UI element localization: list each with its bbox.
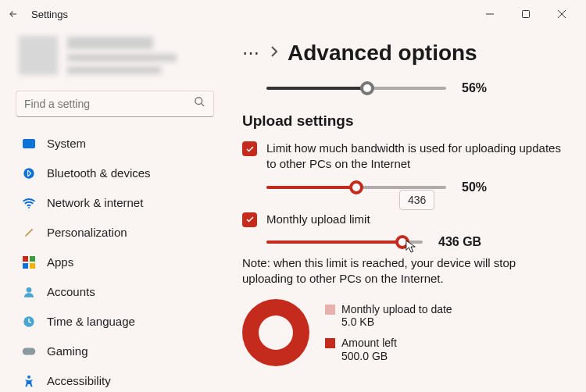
- nav-personalization[interactable]: Personalization: [14, 219, 216, 247]
- swatch-remaining: [325, 338, 335, 348]
- nav-system[interactable]: System: [14, 130, 216, 158]
- limit-bandwidth-row: Limit how much bandwidth is used for upl…: [242, 141, 567, 173]
- limit-bandwidth-label: Limit how much bandwidth is used for upl…: [266, 141, 567, 173]
- svg-point-4: [195, 98, 202, 105]
- swatch-uploaded: [325, 305, 335, 315]
- usage-donut: [242, 299, 309, 366]
- nav-list: System Bluetooth & devices Network & int…: [14, 130, 216, 392]
- profile-block[interactable]: [14, 28, 216, 80]
- content-pane: ⋯ Advanced options 56% Upload settings L…: [227, 28, 586, 392]
- nav-label: Time & language: [47, 315, 135, 328]
- nav-label: Accessibility: [47, 374, 111, 387]
- search-box[interactable]: [16, 91, 214, 117]
- svg-rect-14: [23, 347, 36, 355]
- avatar: [19, 36, 58, 75]
- nav-accessibility[interactable]: Accessibility: [14, 367, 216, 392]
- slider-tooltip: 436: [399, 190, 434, 210]
- monthly-limit-value: 436 GB: [438, 235, 481, 249]
- svg-rect-9: [30, 256, 35, 262]
- system-icon: [22, 137, 36, 151]
- monthly-limit-row: Monthly upload limit: [242, 212, 567, 227]
- nav-label: Network & internet: [47, 196, 143, 209]
- search-input[interactable]: [24, 98, 194, 110]
- limit-bandwidth-checkbox[interactable]: [242, 141, 257, 156]
- section-title: Upload settings: [242, 112, 567, 130]
- maximize-button[interactable]: [508, 0, 544, 28]
- sidebar: System Bluetooth & devices Network & int…: [0, 28, 227, 392]
- svg-point-6: [23, 168, 34, 178]
- svg-rect-8: [23, 256, 28, 262]
- gaming-icon: [22, 344, 36, 358]
- nav-time[interactable]: Time & language: [14, 308, 216, 336]
- window-title: Settings: [31, 9, 68, 20]
- svg-point-15: [27, 375, 30, 378]
- nav-accounts[interactable]: Accounts: [14, 278, 216, 306]
- back-button[interactable]: [6, 7, 20, 21]
- nav-label: Bluetooth & devices: [47, 166, 151, 180]
- brush-icon: [22, 226, 36, 240]
- accounts-icon: [22, 285, 36, 299]
- nav-label: Personalization: [47, 226, 127, 239]
- svg-line-5: [201, 104, 204, 107]
- legend-remaining-label: Amount left: [341, 337, 397, 350]
- limit-note: Note: when this limit is reached, your d…: [242, 255, 567, 287]
- nav-bluetooth[interactable]: Bluetooth & devices: [14, 159, 216, 187]
- monthly-limit-checkbox[interactable]: [242, 212, 257, 227]
- svg-rect-11: [30, 263, 35, 269]
- upload-bandwidth-value: 50%: [462, 180, 487, 194]
- nav-network[interactable]: Network & internet: [14, 189, 216, 217]
- nav-label: Accounts: [47, 285, 95, 298]
- nav-label: System: [47, 137, 86, 150]
- svg-rect-1: [523, 11, 530, 18]
- breadcrumb-more-icon[interactable]: ⋯: [242, 43, 261, 63]
- download-limit-slider[interactable]: [266, 81, 446, 95]
- close-button[interactable]: [544, 0, 580, 28]
- svg-rect-10: [23, 263, 28, 269]
- wifi-icon: [22, 196, 36, 210]
- apps-icon: [22, 255, 36, 269]
- legend-remaining-value: 500.0 GB: [341, 350, 397, 363]
- svg-point-12: [27, 287, 32, 293]
- nav-label: Gaming: [47, 344, 88, 358]
- chevron-right-icon: [270, 46, 278, 60]
- bluetooth-icon: [22, 166, 36, 180]
- nav-gaming[interactable]: Gaming: [14, 337, 216, 365]
- legend-uploaded-label: Monthly upload to date: [341, 303, 452, 316]
- nav-apps[interactable]: Apps: [14, 248, 216, 276]
- usage-stats: Monthly upload to date 5.0 KB Amount lef…: [242, 299, 567, 366]
- title-bar: Settings: [0, 0, 586, 28]
- profile-text: [67, 37, 177, 74]
- monthly-limit-slider[interactable]: [266, 235, 423, 249]
- search-icon: [194, 96, 205, 111]
- accessibility-icon: [22, 374, 36, 388]
- clock-icon: [22, 315, 36, 329]
- monthly-limit-label: Monthly upload limit: [266, 212, 370, 227]
- legend-uploaded: Monthly upload to date 5.0 KB: [325, 303, 452, 330]
- legend-remaining: Amount left 500.0 GB: [325, 337, 452, 363]
- nav-label: Apps: [47, 255, 73, 269]
- svg-point-7: [28, 207, 30, 208]
- legend-uploaded-value: 5.0 KB: [341, 315, 452, 329]
- page-title: Advanced options: [288, 41, 477, 66]
- download-limit-value: 56%: [462, 81, 487, 95]
- minimize-button[interactable]: [472, 0, 508, 28]
